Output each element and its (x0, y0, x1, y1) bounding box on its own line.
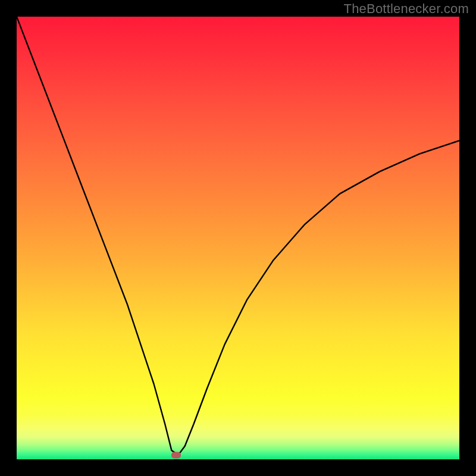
bottleneck-curve (17, 17, 459, 459)
watermark-text: TheBottlenecker.com (344, 1, 469, 17)
chart-frame: TheBottlenecker.com (0, 0, 476, 476)
optimal-point-marker (171, 452, 181, 458)
plot-area (17, 17, 459, 459)
